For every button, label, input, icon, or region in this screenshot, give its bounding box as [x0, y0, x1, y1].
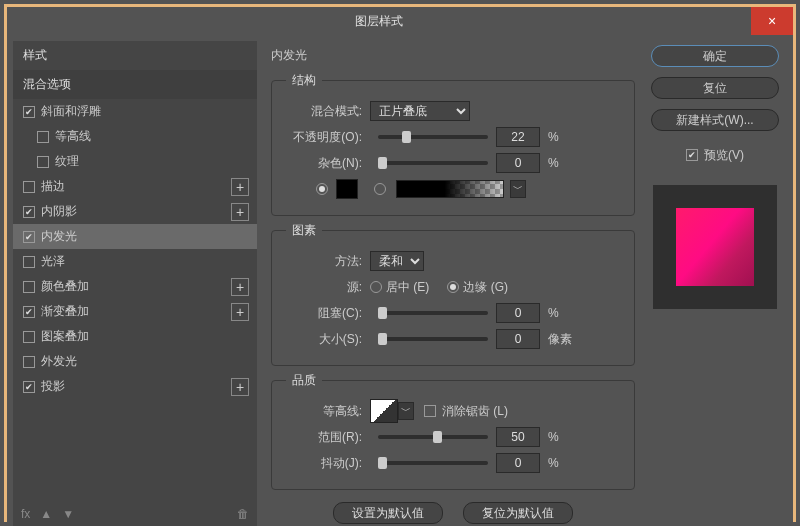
style-label: 等高线 [55, 128, 249, 145]
range-unit: % [548, 430, 559, 444]
quality-legend: 品质 [286, 372, 322, 389]
ok-button[interactable]: 确定 [651, 45, 779, 67]
blend-mode-select[interactable]: 正片叠底 [370, 101, 470, 121]
dialog-window: 图层样式 × 样式 混合选项 斜面和浮雕等高线纹理描边+内阴影+内发光光泽颜色叠… [4, 4, 796, 522]
size-unit: 像素 [548, 331, 572, 348]
gradient-chevron-icon[interactable]: ﹀ [510, 180, 526, 198]
set-default-button[interactable]: 设置为默认值 [333, 502, 443, 524]
add-instance-icon[interactable]: + [231, 278, 249, 296]
size-label: 大小(S): [286, 331, 362, 348]
style-checkbox[interactable] [23, 231, 35, 243]
noise-slider[interactable] [378, 161, 488, 165]
jitter-input[interactable] [496, 453, 540, 473]
range-input[interactable] [496, 427, 540, 447]
opacity-unit: % [548, 130, 559, 144]
style-checkbox[interactable] [23, 356, 35, 368]
dialog-body: 样式 混合选项 斜面和浮雕等高线纹理描边+内阴影+内发光光泽颜色叠加+渐变叠加+… [7, 35, 793, 526]
sidebar-item-光泽[interactable]: 光泽 [13, 249, 257, 274]
opacity-input[interactable] [496, 127, 540, 147]
opacity-slider[interactable] [378, 135, 488, 139]
sidebar-item-纹理[interactable]: 纹理 [13, 149, 257, 174]
elements-legend: 图素 [286, 222, 322, 239]
style-label: 描边 [41, 178, 231, 195]
sidebar-item-等高线[interactable]: 等高线 [13, 124, 257, 149]
range-slider[interactable] [378, 435, 488, 439]
noise-input[interactable] [496, 153, 540, 173]
arrow-up-icon[interactable]: ▲ [40, 507, 52, 521]
style-checkbox[interactable] [23, 331, 35, 343]
sidebar-items: 斜面和浮雕等高线纹理描边+内阴影+内发光光泽颜色叠加+渐变叠加+图案叠加外发光投… [13, 99, 257, 500]
source-center-label: 居中 (E) [386, 279, 429, 296]
style-label: 颜色叠加 [41, 278, 231, 295]
style-checkbox[interactable] [23, 281, 35, 293]
sidebar-item-渐变叠加[interactable]: 渐变叠加+ [13, 299, 257, 324]
quality-group: 品质 等高线: ﹀ 消除锯齿 (L) 范围(R): % 抖动(J): [271, 372, 635, 490]
source-center-radio[interactable] [370, 281, 382, 293]
range-label: 范围(R): [286, 429, 362, 446]
sidebar-blend-header[interactable]: 混合选项 [13, 70, 257, 99]
cancel-button[interactable]: 复位 [651, 77, 779, 99]
blend-mode-label: 混合模式: [286, 103, 362, 120]
sidebar-item-投影[interactable]: 投影+ [13, 374, 257, 399]
style-checkbox[interactable] [23, 206, 35, 218]
contour-swatch[interactable] [370, 399, 398, 423]
opacity-label: 不透明度(O): [286, 129, 362, 146]
titlebar: 图层样式 × [7, 7, 793, 35]
structure-legend: 结构 [286, 72, 322, 89]
structure-group: 结构 混合模式: 正片叠底 不透明度(O): % 杂色(N): % [271, 72, 635, 216]
jitter-slider[interactable] [378, 461, 488, 465]
source-edge-label: 边缘 (G) [463, 279, 508, 296]
new-style-button[interactable]: 新建样式(W)... [651, 109, 779, 131]
sidebar-item-外发光[interactable]: 外发光 [13, 349, 257, 374]
jitter-label: 抖动(J): [286, 455, 362, 472]
style-label: 斜面和浮雕 [41, 103, 249, 120]
style-label: 内发光 [41, 228, 249, 245]
add-instance-icon[interactable]: + [231, 203, 249, 221]
style-checkbox[interactable] [23, 106, 35, 118]
source-edge-radio[interactable] [447, 281, 459, 293]
choke-slider[interactable] [378, 311, 488, 315]
reset-default-button[interactable]: 复位为默认值 [463, 502, 573, 524]
antialias-checkbox[interactable] [424, 405, 436, 417]
sidebar-item-内发光[interactable]: 内发光 [13, 224, 257, 249]
style-checkbox[interactable] [23, 381, 35, 393]
add-instance-icon[interactable]: + [231, 378, 249, 396]
sidebar-styles-header[interactable]: 样式 [13, 41, 257, 70]
arrow-down-icon[interactable]: ▼ [62, 507, 74, 521]
color-radio[interactable] [316, 183, 328, 195]
style-label: 图案叠加 [41, 328, 249, 345]
trash-icon[interactable]: 🗑 [237, 507, 249, 521]
sidebar-item-描边[interactable]: 描边+ [13, 174, 257, 199]
size-input[interactable] [496, 329, 540, 349]
close-button[interactable]: × [751, 7, 793, 35]
add-instance-icon[interactable]: + [231, 303, 249, 321]
style-checkbox[interactable] [37, 131, 49, 143]
preview-checkbox[interactable] [686, 149, 698, 161]
choke-input[interactable] [496, 303, 540, 323]
sidebar-item-颜色叠加[interactable]: 颜色叠加+ [13, 274, 257, 299]
style-checkbox[interactable] [23, 256, 35, 268]
sidebar-footer: fx ▲ ▼ 🗑 [13, 500, 257, 526]
contour-chevron-icon[interactable]: ﹀ [398, 402, 414, 420]
style-label: 外发光 [41, 353, 249, 370]
size-slider[interactable] [378, 337, 488, 341]
elements-group: 图素 方法: 柔和 源: 居中 (E) 边缘 (G) 阻塞(C): [271, 222, 635, 366]
gradient-swatch[interactable] [396, 180, 504, 198]
style-checkbox[interactable] [23, 181, 35, 193]
add-instance-icon[interactable]: + [231, 178, 249, 196]
sidebar-item-内阴影[interactable]: 内阴影+ [13, 199, 257, 224]
style-label: 光泽 [41, 253, 249, 270]
style-label: 渐变叠加 [41, 303, 231, 320]
gradient-radio[interactable] [374, 183, 386, 195]
fx-icon[interactable]: fx [21, 507, 30, 521]
style-checkbox[interactable] [23, 306, 35, 318]
sidebar-item-图案叠加[interactable]: 图案叠加 [13, 324, 257, 349]
color-swatch[interactable] [336, 179, 358, 199]
choke-label: 阻塞(C): [286, 305, 362, 322]
noise-label: 杂色(N): [286, 155, 362, 172]
panel-title: 内发光 [271, 47, 635, 64]
technique-select[interactable]: 柔和 [370, 251, 424, 271]
style-checkbox[interactable] [37, 156, 49, 168]
sidebar-item-斜面和浮雕[interactable]: 斜面和浮雕 [13, 99, 257, 124]
main-panel: 内发光 结构 混合模式: 正片叠底 不透明度(O): % 杂色(N): [257, 41, 643, 526]
